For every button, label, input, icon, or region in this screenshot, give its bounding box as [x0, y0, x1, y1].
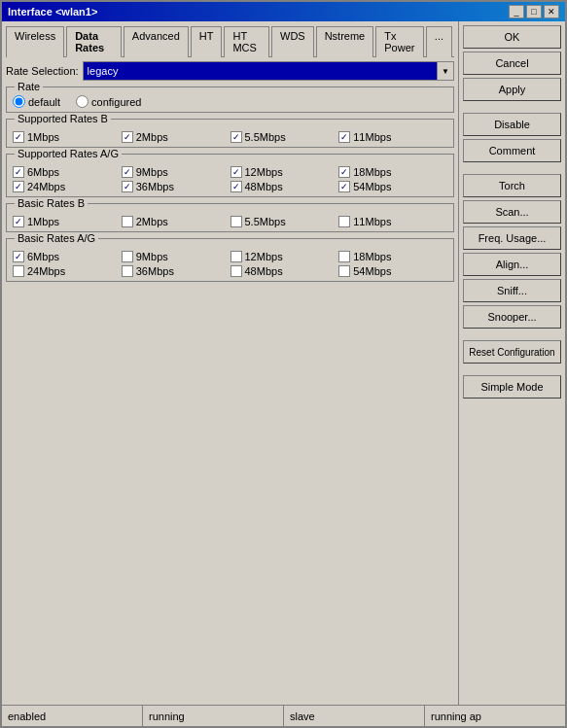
basic-rates-ag-group: Basic Rates A/G 6Mbps 9Mbps 12Mbps [6, 238, 454, 282]
cancel-button[interactable]: Cancel [463, 52, 561, 75]
torch-button[interactable]: Torch [463, 174, 561, 197]
cb-basic-ag-48mbps[interactable] [230, 265, 242, 277]
basic-b-5.5mbps: 5.5Mbps [230, 216, 339, 227]
minimize-button[interactable]: _ [509, 5, 524, 18]
supported-rates-b-title: Supported Rates B [15, 113, 111, 124]
basic-rates-ag-title: Basic Rates A/G [15, 232, 98, 244]
rate-default-radio[interactable]: default [13, 95, 60, 108]
main-panel: Wireless Data Rates Advanced HT HT MCS W… [2, 21, 458, 705]
cb-ag-36mbps[interactable] [122, 181, 133, 192]
tab-data-rates[interactable]: Data Rates [66, 26, 122, 57]
basic-rates-ag-grid: 6Mbps 9Mbps 12Mbps 18Mbps [13, 243, 447, 277]
cb-b-5.5mbps[interactable] [230, 131, 242, 143]
right-panel: OK Cancel Apply Disable Comment Torch Sc… [458, 21, 565, 705]
basic-rates-b-title: Basic Rates B [15, 197, 88, 209]
basic-ag-9mbps: 9Mbps [122, 251, 230, 262]
tab-tx-power[interactable]: Tx Power [375, 26, 424, 57]
sniff-button[interactable]: Sniff... [463, 279, 561, 302]
simple-mode-button[interactable]: Simple Mode [463, 375, 561, 399]
cb-basic-ag-36mbps[interactable] [122, 265, 133, 277]
rate-b-11mbps: 11Mbps [338, 131, 447, 143]
basic-ag-36mbps: 36Mbps [122, 265, 230, 277]
status-slave: slave [284, 706, 425, 726]
rate-ag-6mbps: 6Mbps [13, 166, 122, 178]
basic-ag-54mbps: 54Mbps [338, 265, 447, 277]
rate-group: Rate default configured [6, 87, 454, 113]
rate-selection-dropdown[interactable]: legacy [83, 61, 454, 81]
comment-button[interactable]: Comment [463, 139, 561, 162]
cb-basic-ag-18mbps[interactable] [338, 251, 350, 262]
rate-ag-9mbps: 9Mbps [122, 166, 230, 178]
cb-basic-b-11mbps[interactable] [338, 216, 350, 227]
window-title: Interface <wlan1> [8, 6, 97, 17]
snooper-button[interactable]: Snooper... [463, 305, 561, 329]
cb-b-2mbps[interactable] [122, 131, 133, 143]
cb-ag-6mbps[interactable] [13, 166, 24, 178]
scan-button[interactable]: Scan... [463, 200, 561, 224]
rate-b-5.5mbps: 5.5Mbps [230, 131, 339, 143]
cb-b-11mbps[interactable] [338, 131, 350, 143]
cb-basic-ag-12mbps[interactable] [230, 251, 242, 262]
basic-b-1mbps: 1Mbps [13, 216, 122, 227]
tab-advanced[interactable]: Advanced [124, 26, 189, 57]
rate-ag-12mbps: 12Mbps [230, 166, 339, 178]
cb-basic-ag-54mbps[interactable] [338, 265, 350, 277]
cb-basic-ag-6mbps[interactable] [13, 251, 24, 262]
supported-rates-ag-group: Supported Rates A/G 6Mbps 9Mbps 12Mbps [6, 154, 454, 197]
cb-ag-54mbps[interactable] [338, 181, 350, 192]
cb-ag-24mbps[interactable] [13, 181, 24, 192]
basic-ag-12mbps: 12Mbps [230, 251, 339, 262]
tabs-bar: Wireless Data Rates Advanced HT HT MCS W… [6, 25, 454, 57]
align-button[interactable]: Align... [463, 253, 561, 276]
apply-button[interactable]: Apply [463, 78, 561, 101]
rate-selection-row: Rate Selection: legacy ▼ [6, 61, 454, 81]
rate-ag-24mbps: 24Mbps [13, 181, 122, 192]
tab-ht[interactable]: HT [191, 26, 223, 57]
cb-ag-48mbps[interactable] [230, 181, 242, 192]
status-bar: enabled running slave running ap [2, 705, 565, 726]
basic-b-11mbps: 11Mbps [338, 216, 447, 227]
cb-ag-12mbps[interactable] [230, 166, 242, 178]
rate-ag-54mbps: 54Mbps [338, 181, 447, 192]
cb-basic-b-2mbps[interactable] [122, 216, 133, 227]
close-button[interactable]: ✕ [544, 5, 559, 18]
rate-section-title: Rate [15, 81, 43, 92]
tab-wireless[interactable]: Wireless [6, 26, 64, 57]
freq-usage-button[interactable]: Freq. Usage... [463, 226, 561, 250]
tab-wds[interactable]: WDS [271, 26, 314, 57]
dropdown-arrow-icon[interactable]: ▼ [437, 61, 454, 81]
basic-rates-b-group: Basic Rates B 1Mbps 2Mbps 5.5Mbps [6, 203, 454, 232]
basic-ag-6mbps: 6Mbps [13, 251, 122, 262]
disable-button[interactable]: Disable [463, 113, 561, 136]
supported-rates-b-group: Supported Rates B 1Mbps 2Mbps 5.5Mbps [6, 119, 454, 148]
title-bar-controls: _ □ ✕ [509, 5, 559, 18]
cb-basic-b-5.5mbps[interactable] [230, 216, 242, 227]
basic-ag-48mbps: 48Mbps [230, 265, 339, 277]
rate-configured-radio[interactable]: configured [76, 95, 141, 108]
ok-button[interactable]: OK [463, 25, 561, 49]
status-enabled: enabled [2, 706, 143, 726]
content-area: Wireless Data Rates Advanced HT HT MCS W… [2, 21, 565, 705]
cb-basic-ag-24mbps[interactable] [13, 265, 24, 277]
reset-config-button[interactable]: Reset Configuration [463, 340, 561, 364]
main-window: Interface <wlan1> _ □ ✕ Wireless Data Ra… [0, 0, 567, 728]
cb-ag-18mbps[interactable] [338, 166, 350, 178]
tab-nstreme[interactable]: Nstreme [316, 26, 374, 57]
rate-ag-18mbps: 18Mbps [338, 166, 447, 178]
cb-basic-ag-9mbps[interactable] [122, 251, 133, 262]
maximize-button[interactable]: □ [526, 5, 542, 18]
title-bar: Interface <wlan1> _ □ ✕ [2, 2, 565, 21]
cb-ag-9mbps[interactable] [122, 166, 133, 178]
rate-ag-48mbps: 48Mbps [230, 181, 339, 192]
dropdown-container: legacy ▼ [83, 61, 454, 81]
supported-rates-b-grid: 1Mbps 2Mbps 5.5Mbps 11Mbps [13, 123, 447, 143]
status-running: running [143, 706, 284, 726]
cb-basic-b-1mbps[interactable] [13, 216, 24, 227]
status-running-ap: running ap [425, 706, 565, 726]
tab-ht-mcs[interactable]: HT MCS [224, 26, 269, 57]
supported-rates-ag-title: Supported Rates A/G [15, 148, 122, 159]
rate-selection-label: Rate Selection: [6, 65, 79, 77]
tab-more[interactable]: ... [426, 26, 452, 57]
cb-b-1mbps[interactable] [13, 131, 24, 143]
basic-b-2mbps: 2Mbps [122, 216, 230, 227]
